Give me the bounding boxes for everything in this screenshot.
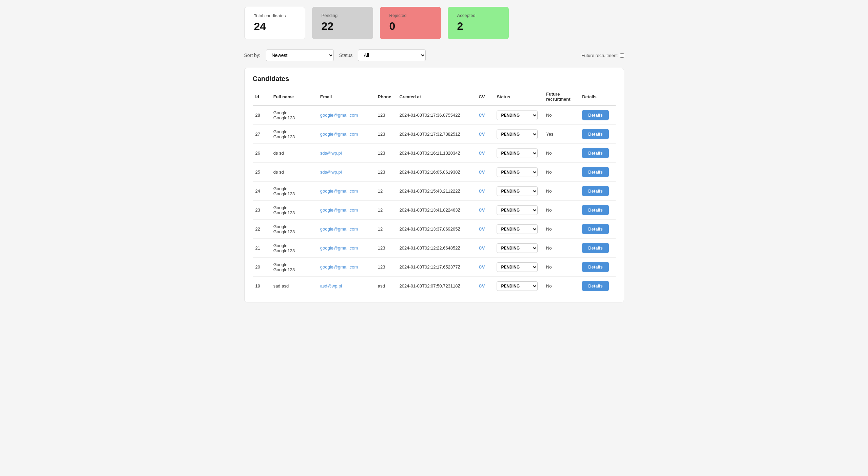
details-button[interactable]: Details bbox=[582, 281, 609, 291]
cell-cv[interactable]: CV bbox=[476, 182, 494, 201]
details-button[interactable]: Details bbox=[582, 148, 609, 158]
status-dropdown[interactable]: PENDINGACCEPTEDREJECTED bbox=[497, 167, 538, 177]
cell-created: 2024-01-08T02:13:37.869205Z bbox=[397, 220, 476, 239]
cell-cv[interactable]: CV bbox=[476, 144, 494, 163]
cell-future: No bbox=[543, 163, 579, 182]
status-dropdown[interactable]: PENDINGACCEPTEDREJECTED bbox=[497, 186, 538, 196]
cell-email[interactable]: google@gmail.com bbox=[317, 239, 375, 258]
candidates-section: Candidates Id Full name Email Phone Crea… bbox=[244, 68, 624, 302]
cv-link[interactable]: CV bbox=[479, 189, 485, 194]
email-link[interactable]: google@gmail.com bbox=[320, 132, 358, 137]
cell-details[interactable]: Details bbox=[579, 239, 615, 258]
email-link[interactable]: sds@wp.pl bbox=[320, 170, 342, 175]
details-button[interactable]: Details bbox=[582, 262, 609, 272]
email-link[interactable]: asd@wp.pl bbox=[320, 283, 342, 289]
cell-cv[interactable]: CV bbox=[476, 220, 494, 239]
cv-link[interactable]: CV bbox=[479, 283, 485, 289]
col-header-id: Id bbox=[253, 88, 271, 105]
details-button[interactable]: Details bbox=[582, 243, 609, 253]
sort-select[interactable]: Newest Oldest bbox=[266, 49, 334, 61]
cell-status[interactable]: PENDINGACCEPTEDREJECTED bbox=[494, 258, 543, 277]
cell-status[interactable]: PENDINGACCEPTEDREJECTED bbox=[494, 239, 543, 258]
email-link[interactable]: google@gmail.com bbox=[320, 113, 358, 118]
cell-details[interactable]: Details bbox=[579, 182, 615, 201]
total-candidates-card: Total candidates 24 bbox=[244, 7, 305, 39]
cv-link[interactable]: CV bbox=[479, 170, 485, 175]
table-row: 25ds sdsds@wp.pl1232024-01-08T02:16:05.8… bbox=[253, 163, 616, 182]
status-dropdown[interactable]: PENDINGACCEPTEDREJECTED bbox=[497, 148, 538, 158]
cv-link[interactable]: CV bbox=[479, 113, 485, 118]
cell-cv[interactable]: CV bbox=[476, 201, 494, 220]
cell-email[interactable]: google@gmail.com bbox=[317, 105, 375, 125]
details-button[interactable]: Details bbox=[582, 186, 609, 196]
details-button[interactable]: Details bbox=[582, 129, 609, 139]
details-button[interactable]: Details bbox=[582, 224, 609, 234]
cv-link[interactable]: CV bbox=[479, 151, 485, 156]
status-select[interactable]: All Pending Accepted Rejected bbox=[358, 49, 426, 61]
col-header-cv: CV bbox=[476, 88, 494, 105]
cell-email[interactable]: google@gmail.com bbox=[317, 182, 375, 201]
status-dropdown[interactable]: PENDINGACCEPTEDREJECTED bbox=[497, 224, 538, 234]
cell-cv[interactable]: CV bbox=[476, 105, 494, 125]
cell-details[interactable]: Details bbox=[579, 125, 615, 144]
cv-link[interactable]: CV bbox=[479, 207, 485, 213]
email-link[interactable]: google@gmail.com bbox=[320, 226, 358, 232]
cell-cv[interactable]: CV bbox=[476, 125, 494, 144]
cell-details[interactable]: Details bbox=[579, 201, 615, 220]
cell-name: Google Google123 bbox=[271, 125, 317, 144]
cv-link[interactable]: CV bbox=[479, 264, 485, 270]
cv-link[interactable]: CV bbox=[479, 226, 485, 232]
cell-email[interactable]: google@gmail.com bbox=[317, 125, 375, 144]
cell-details[interactable]: Details bbox=[579, 220, 615, 239]
cell-details[interactable]: Details bbox=[579, 163, 615, 182]
cell-future: No bbox=[543, 201, 579, 220]
email-link[interactable]: google@gmail.com bbox=[320, 264, 358, 270]
cell-phone: 123 bbox=[375, 258, 397, 277]
cell-status[interactable]: PENDINGACCEPTEDREJECTED bbox=[494, 163, 543, 182]
cell-created: 2024-01-08T02:13:41.822463Z bbox=[397, 201, 476, 220]
email-link[interactable]: google@gmail.com bbox=[320, 189, 358, 194]
cell-status[interactable]: PENDINGACCEPTEDREJECTED bbox=[494, 182, 543, 201]
stats-row: Total candidates 24 Pending 22 Rejected … bbox=[244, 7, 624, 39]
details-button[interactable]: Details bbox=[582, 167, 609, 177]
cell-status[interactable]: PENDINGACCEPTEDREJECTED bbox=[494, 144, 543, 163]
cell-email[interactable]: sds@wp.pl bbox=[317, 163, 375, 182]
cell-details[interactable]: Details bbox=[579, 144, 615, 163]
status-dropdown[interactable]: PENDINGACCEPTEDREJECTED bbox=[497, 262, 538, 272]
future-recruitment-checkbox[interactable] bbox=[620, 53, 624, 58]
cell-status[interactable]: PENDINGACCEPTEDREJECTED bbox=[494, 220, 543, 239]
status-dropdown[interactable]: PENDINGACCEPTEDREJECTED bbox=[497, 130, 538, 139]
cv-link[interactable]: CV bbox=[479, 245, 485, 251]
cell-details[interactable]: Details bbox=[579, 105, 615, 125]
cell-email[interactable]: asd@wp.pl bbox=[317, 277, 375, 296]
cell-email[interactable]: google@gmail.com bbox=[317, 220, 375, 239]
cell-created: 2024-01-08T02:17:36.875542Z bbox=[397, 105, 476, 125]
col-header-status: Status bbox=[494, 88, 543, 105]
cell-cv[interactable]: CV bbox=[476, 239, 494, 258]
cell-email[interactable]: google@gmail.com bbox=[317, 258, 375, 277]
email-link[interactable]: google@gmail.com bbox=[320, 207, 358, 213]
cell-email[interactable]: sds@wp.pl bbox=[317, 144, 375, 163]
cell-phone: 12 bbox=[375, 201, 397, 220]
cell-status[interactable]: PENDINGACCEPTEDREJECTED bbox=[494, 105, 543, 125]
cell-status[interactable]: PENDINGACCEPTEDREJECTED bbox=[494, 277, 543, 296]
cell-email[interactable]: google@gmail.com bbox=[317, 201, 375, 220]
cell-cv[interactable]: CV bbox=[476, 163, 494, 182]
details-button[interactable]: Details bbox=[582, 110, 609, 120]
pending-value: 22 bbox=[322, 20, 364, 33]
cv-link[interactable]: CV bbox=[479, 132, 485, 137]
status-dropdown[interactable]: PENDINGACCEPTEDREJECTED bbox=[497, 111, 538, 120]
cell-details[interactable]: Details bbox=[579, 277, 615, 296]
status-dropdown[interactable]: PENDINGACCEPTEDREJECTED bbox=[497, 205, 538, 215]
email-link[interactable]: sds@wp.pl bbox=[320, 151, 342, 156]
cell-status[interactable]: PENDINGACCEPTEDREJECTED bbox=[494, 201, 543, 220]
status-dropdown[interactable]: PENDINGACCEPTEDREJECTED bbox=[497, 281, 538, 291]
details-button[interactable]: Details bbox=[582, 205, 609, 215]
cell-cv[interactable]: CV bbox=[476, 258, 494, 277]
cell-status[interactable]: PENDINGACCEPTEDREJECTED bbox=[494, 125, 543, 144]
cell-cv[interactable]: CV bbox=[476, 277, 494, 296]
future-recruitment-label[interactable]: Future recruitment bbox=[581, 53, 624, 58]
status-dropdown[interactable]: PENDINGACCEPTEDREJECTED bbox=[497, 243, 538, 253]
cell-details[interactable]: Details bbox=[579, 258, 615, 277]
email-link[interactable]: google@gmail.com bbox=[320, 245, 358, 251]
